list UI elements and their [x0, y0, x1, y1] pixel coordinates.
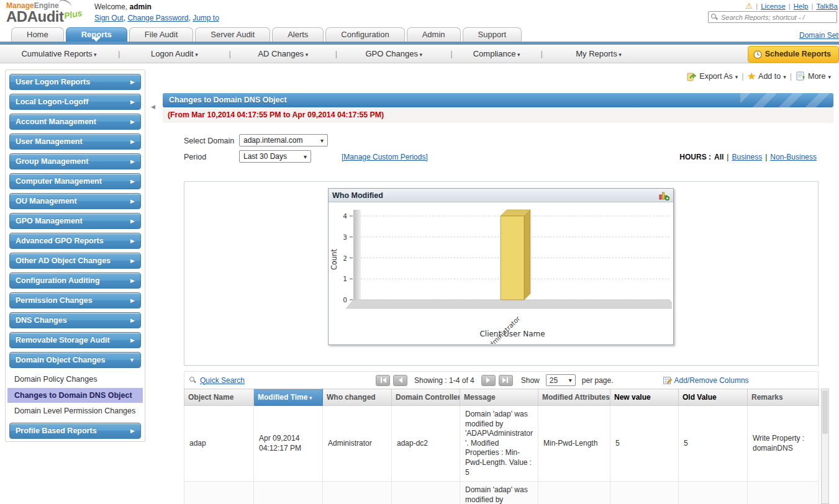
- sidebar-item-gpo-management[interactable]: GPO Management: [9, 213, 141, 229]
- more-button[interactable]: More: [796, 71, 831, 81]
- tab-home[interactable]: Home: [11, 27, 64, 42]
- search-input[interactable]: [720, 13, 837, 22]
- talkback-link[interactable]: TalkBa: [816, 2, 838, 10]
- sidebar-item-user-management[interactable]: User Management: [9, 133, 141, 150]
- sign-out-link[interactable]: Sign Out: [94, 14, 124, 22]
- prev-page-button[interactable]: [393, 375, 407, 386]
- sidebar-subitem-domain-level-permission-changes[interactable]: Domain Level Permission Changes: [6, 403, 145, 419]
- subnav-ad-changes[interactable]: AD Changes: [231, 49, 335, 58]
- page-size-value: 25: [550, 376, 558, 385]
- select-domain-label: Select Domain: [184, 137, 234, 145]
- tab-admin[interactable]: Admin: [407, 27, 461, 42]
- add-to-button[interactable]: ★ Add to: [748, 71, 786, 82]
- quick-search-link[interactable]: Quick Search: [200, 376, 245, 385]
- add-remove-columns-link[interactable]: Add/Remove Columns: [674, 376, 749, 385]
- sidebar-item-advanced-gpo-reports[interactable]: Advanced GPO Reports: [9, 233, 141, 249]
- bar-administrator[interactable]: [501, 216, 524, 300]
- sidebar-item-user-logon-reports[interactable]: User Logon Reports: [9, 74, 141, 90]
- quick-search[interactable]: Quick Search: [189, 376, 376, 385]
- welcome-prefix: Welcome,: [94, 2, 127, 11]
- hours-label: HOURS :: [679, 153, 711, 161]
- svg-text:1: 1: [343, 275, 347, 282]
- who-modified-bar-chart: 01234 Count Administrator Client User Na…: [329, 202, 672, 344]
- top-header: ManageEngine ADAuditPlus Welcome, admin …: [0, 0, 839, 27]
- license-link[interactable]: License: [761, 2, 786, 10]
- pagination: Showing : 1-4 of 4 Show 25 per page.: [376, 374, 614, 386]
- sidebar-item-group-management[interactable]: Group Management: [9, 153, 141, 169]
- tab-file-audit[interactable]: File Audit: [129, 27, 193, 42]
- domain-select[interactable]: adap.internal.com: [239, 134, 328, 146]
- sidebar-item-dns-changes[interactable]: DNS Changes: [9, 312, 141, 328]
- sidebar-item-ou-management[interactable]: OU Management: [9, 193, 141, 209]
- col-domain-controller[interactable]: Domain Controller: [392, 389, 460, 406]
- scrollbar-thumb[interactable]: [822, 390, 828, 434]
- y-axis-title: Count: [330, 248, 338, 270]
- hours-all-option[interactable]: All: [714, 153, 723, 161]
- period-select[interactable]: Last 30 Days: [239, 150, 311, 163]
- page-size-select[interactable]: 25: [546, 374, 576, 386]
- cell-modified-attributes: Min-Pwd-Length: [538, 482, 610, 504]
- chevron-right-icon: [130, 253, 135, 269]
- report-table: Object Name Modified Time Who changed Do…: [184, 389, 819, 504]
- first-page-button[interactable]: [376, 375, 390, 386]
- chevron-right-icon: [130, 133, 135, 150]
- col-remarks[interactable]: Remarks: [748, 389, 819, 406]
- last-page-button[interactable]: [499, 375, 513, 386]
- subnav-compliance[interactable]: Compliance: [453, 49, 541, 58]
- sidebar-item-domain-object-changes[interactable]: Domain Object Changes: [9, 352, 141, 368]
- help-link[interactable]: Help: [794, 2, 809, 10]
- table-row[interactable]: adap Apr 09,2014 04:12:17 PM Administrat…: [184, 406, 819, 482]
- col-modified-attributes[interactable]: Modified Attributes: [538, 389, 610, 406]
- table-row[interactable]: adap Apr 09,2014 04:12:17 PM Administrat…: [184, 482, 819, 504]
- table-header-row: Object Name Modified Time Who changed Do…: [184, 389, 819, 406]
- col-old-value[interactable]: Old Value: [679, 389, 748, 406]
- cell-modified-time: Apr 09,2014 04:12:17 PM: [254, 406, 323, 482]
- warning-icon[interactable]: ⚠: [746, 1, 753, 11]
- manage-custom-periods-link[interactable]: [Manage Custom Periods]: [342, 153, 428, 161]
- chevron-right-icon: [130, 94, 135, 110]
- cell-object-name: adap: [184, 482, 254, 504]
- sidebar-item-account-management[interactable]: Account Management: [9, 114, 141, 130]
- sidebar-item-other-ad-object-changes[interactable]: Other AD Object Changes: [9, 253, 141, 269]
- col-who-changed[interactable]: Who changed: [323, 389, 392, 406]
- sidebar-subitem-domain-policy-changes[interactable]: Domain Policy Changes: [6, 372, 145, 387]
- subnav-cumulative-reports[interactable]: Cumulative Reports: [0, 49, 118, 58]
- tab-alerts[interactable]: Alerts: [272, 27, 324, 42]
- subnav-gpo-changes[interactable]: GPO Changes: [337, 49, 450, 58]
- next-page-button[interactable]: [481, 375, 496, 386]
- tab-configuration[interactable]: Configuration: [325, 27, 404, 42]
- sidebar-collapse-handle[interactable]: [151, 98, 158, 115]
- chart-type-icon[interactable]: [659, 191, 669, 200]
- tab-support[interactable]: Support: [463, 27, 522, 42]
- export-as-button[interactable]: Export As: [687, 71, 738, 81]
- chart-title: Who Modified: [332, 191, 383, 200]
- table-scrollbar[interactable]: [821, 389, 829, 504]
- period-label: Period: [184, 153, 206, 161]
- hours-business-link[interactable]: Business: [732, 153, 762, 161]
- sidebar-item-configuration-auditing[interactable]: Configuration Auditing: [9, 272, 141, 289]
- sidebar-item-computer-management[interactable]: Computer Management: [9, 173, 141, 189]
- tab-reports[interactable]: Reports: [66, 27, 127, 42]
- sidebar-item-local-logon-logoff[interactable]: Local Logon-Logoff: [9, 94, 141, 110]
- subnav-logon-audit[interactable]: Logon Audit: [120, 49, 229, 58]
- add-remove-columns[interactable]: Add/Remove Columns: [663, 376, 749, 385]
- jump-to-link[interactable]: Jump to: [193, 14, 219, 22]
- subnav-my-reports[interactable]: My Reports: [543, 49, 655, 58]
- hours-non-business-link[interactable]: Non-Business: [770, 153, 817, 161]
- change-password-link[interactable]: Change Password: [127, 14, 188, 22]
- col-new-value[interactable]: New value: [610, 389, 679, 406]
- tab-server-audit[interactable]: Server Audit: [195, 27, 270, 42]
- col-object-name[interactable]: Object Name: [184, 389, 254, 406]
- col-message[interactable]: Message: [460, 389, 538, 406]
- schedule-reports-button[interactable]: Schedule Reports: [748, 46, 839, 63]
- chevron-right-icon: [130, 213, 135, 229]
- sidebar-item-permission-changes[interactable]: Permission Changes: [9, 292, 141, 308]
- sidebar-item-profile-based-reports[interactable]: Profile Based Reports: [9, 423, 141, 439]
- sidebar-item-removable-storage-audit[interactable]: Removable Storage Audit: [9, 332, 141, 348]
- domain-settings-link[interactable]: Domain Settin: [799, 31, 839, 40]
- col-modified-time-sorted[interactable]: Modified Time: [254, 389, 323, 406]
- cell-modified-attributes: Min-Pwd-Length: [538, 406, 610, 482]
- table-toolbar: Quick Search Showing : 1-4 of 4 Show 25 …: [184, 371, 819, 389]
- global-search-box[interactable]: [708, 11, 837, 23]
- sidebar-subitem-changes-to-domain-dns-object[interactable]: Changes to Domain DNS Object: [7, 388, 143, 403]
